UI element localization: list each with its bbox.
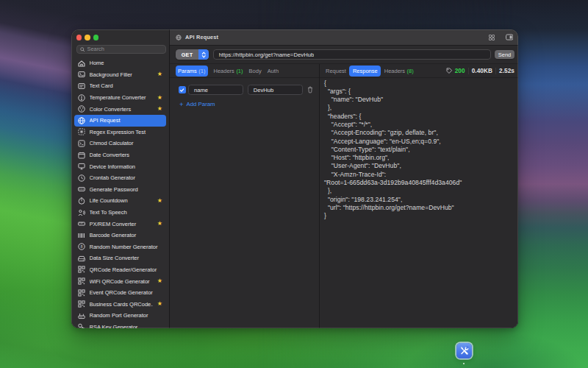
textcard-icon — [78, 82, 85, 90]
sidebar-item-regex-expression-test[interactable]: Regex Expression Test — [74, 127, 166, 138]
favorite-star-icon: ★ — [157, 301, 162, 307]
request-tabs: Params (1) Headers (1) Body Auth — [170, 64, 319, 78]
method-select[interactable]: GET — [176, 49, 209, 60]
sidebar-item-background-filler[interactable]: Background Filler★ — [74, 69, 166, 81]
tab-params[interactable]: Params (1) — [176, 66, 208, 77]
favorite-star-icon: ★ — [157, 71, 162, 77]
barcode-icon — [78, 232, 85, 239]
minimize-window-button[interactable] — [85, 35, 90, 40]
sidebar-item-text-card[interactable]: Text Card — [74, 80, 166, 92]
sidebar-item-chmod-calculator[interactable]: Chmod Calculator — [74, 138, 166, 149]
close-window-button[interactable] — [76, 35, 82, 40]
tab-headers[interactable]: Headers (1) — [214, 68, 243, 74]
sidebar-search-input[interactable]: Search — [76, 45, 166, 54]
tab-request[interactable]: Request — [326, 68, 346, 74]
titlebar: API Request — [170, 29, 518, 46]
sidebar-item-color-converters[interactable]: Color Converters★ — [74, 103, 166, 115]
add-param-button[interactable]: + Add Param — [179, 101, 313, 108]
tab-headers-count: (1) — [236, 68, 243, 74]
param-value-value: DevHub — [254, 87, 273, 93]
sidebar-item-label: Temperature Converter — [90, 94, 154, 101]
response-tabs: Request Response Headers (8) 200 0.40KB — [320, 64, 518, 78]
sidebar-item-generate-password[interactable]: Generate Password — [74, 184, 166, 196]
sidebar-item-business-cards-qrcode[interactable]: Business Cards QRCode...★ — [74, 298, 166, 310]
favorite-star-icon: ★ — [157, 198, 162, 204]
sidebar-item-random-number-generator[interactable]: 8Random Number Generator — [74, 241, 166, 253]
param-value-input[interactable]: DevHub — [248, 85, 303, 95]
param-checkbox[interactable] — [179, 86, 186, 93]
search-icon — [80, 47, 85, 52]
sidebar-item-label: API Request — [90, 117, 165, 124]
favorite-star-icon: ★ — [157, 95, 162, 101]
param-key-value: name — [194, 87, 208, 93]
sidebar-item-label: WiFi QRCode Generator — [90, 278, 154, 285]
password-icon — [78, 185, 85, 193]
sidebar-item-label: Crontab Generator — [90, 174, 165, 181]
tab-response[interactable]: Response — [349, 66, 381, 77]
sidebar-item-data-size-converter[interactable]: Data Size Converter — [74, 252, 166, 264]
trash-icon — [307, 86, 313, 93]
tools-icon — [459, 346, 470, 356]
send-button[interactable]: Send — [495, 50, 514, 59]
sidebar-item-label: Random Number Generator — [90, 244, 165, 250]
sidebar-item-label: Life Countdown — [90, 197, 154, 204]
grid-icon[interactable] — [489, 35, 495, 40]
sidebar-item-rsa-key-generator[interactable]: RSA Key Generator — [74, 322, 166, 328]
url-input[interactable]: https://httpbin.org/get?name=DevHub — [213, 49, 491, 60]
sidebar-toggle-icon[interactable] — [506, 34, 514, 40]
sidebar-item-label: Date Converters — [90, 152, 165, 158]
number-icon: 8 — [78, 243, 85, 250]
url-value: https://httpbin.org/get?name=DevHub — [219, 52, 315, 58]
sidebar-item-px-rem-converter[interactable]: PX/REM Converter★ — [74, 218, 166, 230]
qrcode-icon — [78, 289, 85, 297]
sidebar-item-label: Device Information — [90, 163, 165, 170]
globe-icon — [78, 117, 85, 124]
tab-auth[interactable]: Auth — [268, 68, 279, 74]
sidebar-item-label: Random Port Generator — [90, 312, 165, 319]
sidebar-item-text-to-speech[interactable]: Text To Speech — [74, 207, 166, 219]
sidebar-item-device-information[interactable]: Device Information — [74, 160, 166, 172]
monitor-icon — [78, 163, 85, 170]
api-request-title-icon — [176, 35, 182, 40]
response-body: { "args": { "name": "DevHub" }, "headers… — [324, 79, 514, 221]
status-time-seg: 2.52s — [495, 68, 514, 74]
sidebar-item-life-countdown[interactable]: Life Countdown★ — [74, 195, 166, 207]
sidebar-item-wifi-qrcode-generator[interactable]: WiFi QRCode Generator★ — [74, 275, 166, 287]
sidebar-item-barcode-generator[interactable]: Barcode Generator — [74, 230, 166, 241]
dock-devhub-icon[interactable] — [456, 343, 472, 358]
chmod-icon — [78, 140, 85, 147]
window-title: API Request — [185, 34, 218, 40]
tab-request-label: Request — [326, 68, 346, 74]
timer-icon — [78, 197, 85, 205]
param-row: nameDevHub — [179, 85, 313, 95]
sidebar-item-temperature-converter[interactable]: Temperature Converter★ — [74, 92, 166, 104]
sidebar-item-label: Business Cards QRCode... — [90, 301, 154, 308]
palette-icon — [78, 105, 85, 113]
response-pane: { "args": { "name": "DevHub" }, "headers… — [320, 78, 518, 328]
sidebar-item-crontab-generator[interactable]: Crontab Generator — [74, 172, 166, 184]
add-param-label: Add Param — [187, 101, 215, 107]
tab-response-headers[interactable]: Headers (8) — [384, 68, 414, 74]
sidebar-item-home[interactable]: Home — [74, 57, 166, 69]
qrcode-icon — [78, 300, 85, 308]
sidebar-item-event-qrcode-generator[interactable]: Event QRCode Generator — [74, 287, 166, 299]
status-size-seg: 0.40KB — [468, 68, 495, 74]
tab-response-label: Response — [353, 68, 378, 74]
favorite-star-icon: ★ — [157, 106, 162, 112]
house-icon — [78, 60, 85, 67]
speech-icon — [78, 209, 85, 216]
status-code-seg: 200 — [446, 68, 467, 74]
sidebar-item-random-port-generator[interactable]: Random Port Generator — [74, 310, 166, 322]
tab-auth-label: Auth — [268, 68, 279, 74]
tab-body[interactable]: Body — [249, 68, 262, 74]
sidebar-item-date-converters[interactable]: Date Converters — [74, 149, 166, 161]
sidebar-item-qrcode-reader-generator[interactable]: QRCode Reader/Generator — [74, 264, 166, 276]
tab-headers-label: Headers — [214, 68, 234, 74]
sidebar-item-label: Text Card — [90, 82, 165, 89]
sidebar-item-list: HomeBackground Filler★Text CardTemperatu… — [71, 57, 169, 328]
param-key-input[interactable]: name — [188, 85, 243, 95]
delete-param-button[interactable] — [307, 86, 313, 93]
svg-text:8: 8 — [81, 244, 83, 249]
zoom-window-button[interactable] — [93, 35, 98, 40]
sidebar-item-api-request[interactable]: API Request — [74, 115, 166, 127]
